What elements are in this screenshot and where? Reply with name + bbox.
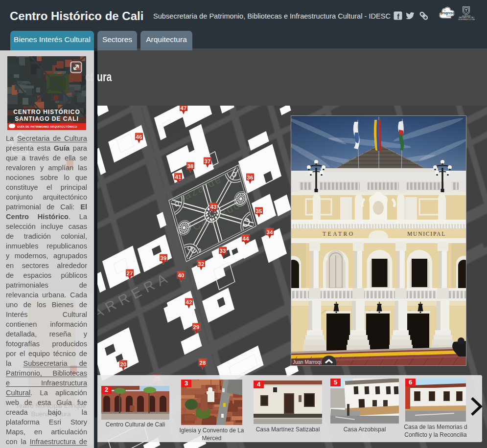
svg-text:46: 46 [136,134,142,140]
svg-text:28: 28 [200,360,206,366]
svg-text:35: 35 [256,208,262,214]
svg-text:34: 34 [267,229,273,235]
svg-text:32: 32 [198,261,205,267]
svg-text:47: 47 [181,106,187,111]
svg-text:44: 44 [243,236,249,242]
svg-text:29: 29 [193,324,200,330]
svg-text:27: 27 [127,270,133,276]
svg-text:contigo: contigo [446,15,453,17]
svg-text:36: 36 [247,175,254,180]
svg-text:40: 40 [178,272,185,278]
svg-text:f: f [397,13,399,21]
svg-text:41: 41 [175,174,182,180]
svg-text:TEATRO: TEATRO [323,231,355,237]
svg-text:43: 43 [210,204,217,210]
svg-text:MUNICIPAL: MUNICIPAL [407,231,446,237]
svg-text:39: 39 [161,255,167,261]
svg-text:20: 20 [120,361,127,367]
svg-text:42: 42 [186,299,192,305]
svg-text:SANTIAGO DE CALI: SANTIAGO DE CALI [459,17,474,19]
svg-text:37: 37 [205,158,211,164]
svg-text:Juan Marroqu: Juan Marroqu [293,359,323,365]
svg-text:33: 33 [220,248,226,254]
svg-text:SECRETARÍA DE CULTURA: SECRETARÍA DE CULTURA [458,19,475,21]
svg-text:38: 38 [187,163,194,169]
